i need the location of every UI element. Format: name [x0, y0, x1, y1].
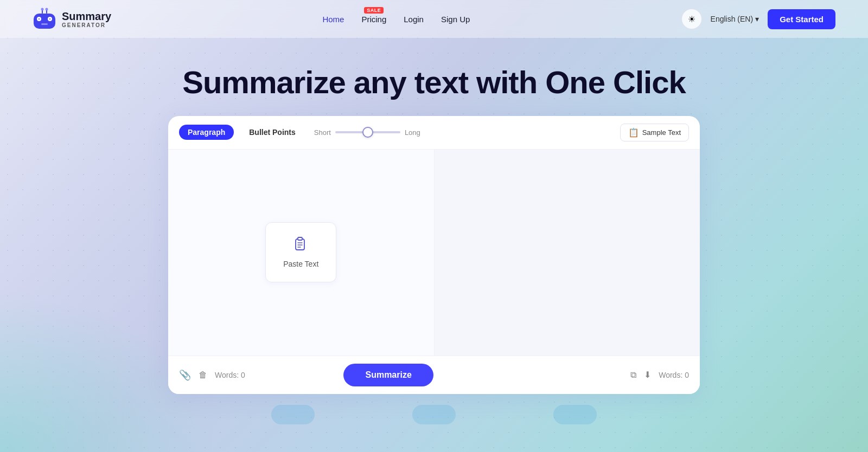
- length-slider[interactable]: [335, 131, 400, 133]
- main-card: Paragraph Bullet Points Short Long 📋 Sam…: [168, 116, 700, 394]
- sample-text-button[interactable]: 📋 Sample Text: [620, 124, 689, 141]
- footer-right: ⧉ ⬇ Words: 0: [630, 370, 689, 380]
- navbar: Summary GENERATOR Home SALE Pricing Logi…: [0, 0, 868, 38]
- svg-rect-3: [39, 18, 40, 20]
- theme-toggle-button[interactable]: ☀: [681, 9, 702, 29]
- length-slider-container: Short Long: [314, 128, 420, 137]
- paste-icon: [283, 236, 318, 255]
- hero-title: Summarize any text with One Click: [0, 65, 868, 100]
- slider-long-label: Long: [405, 128, 420, 137]
- svg-point-8: [41, 8, 44, 11]
- bottom-cards: [0, 394, 868, 424]
- language-selector[interactable]: English (EN) ▾: [711, 15, 760, 23]
- logo-title: Summary: [62, 10, 111, 22]
- summary-output-area: [435, 150, 700, 356]
- paragraph-button[interactable]: Paragraph: [179, 125, 234, 140]
- nav-login[interactable]: Login: [404, 15, 424, 24]
- sun-icon: ☀: [688, 14, 695, 24]
- chevron-down-icon: ▾: [755, 15, 759, 23]
- copy-icon[interactable]: ⧉: [630, 370, 636, 380]
- paste-text-label: Paste Text: [283, 260, 318, 268]
- card-footer: 📎 🗑 Words: 0 Summarize ⧉ ⬇ Words: 0: [168, 356, 700, 394]
- hero-section: Summarize any text with One Click: [0, 38, 868, 116]
- svg-rect-0: [34, 14, 55, 29]
- text-input-area[interactable]: Paste Text: [168, 150, 435, 356]
- svg-rect-5: [41, 23, 48, 25]
- bottom-card-1: [271, 405, 315, 424]
- paste-text-card[interactable]: Paste Text: [265, 222, 336, 282]
- footer-left: 📎 🗑 Words: 0: [179, 369, 245, 381]
- nav-signup[interactable]: Sign Up: [441, 15, 470, 24]
- nav-right: ☀ English (EN) ▾ Get Started: [681, 9, 835, 29]
- svg-rect-4: [49, 18, 50, 20]
- sale-badge: SALE: [364, 7, 384, 14]
- nav-pricing[interactable]: SALE Pricing: [361, 15, 386, 24]
- svg-rect-11: [298, 237, 302, 240]
- download-icon[interactable]: ⬇: [644, 370, 651, 380]
- delete-icon[interactable]: 🗑: [199, 370, 207, 380]
- logo: Summary GENERATOR: [33, 7, 111, 31]
- nav-home[interactable]: Home: [322, 15, 344, 24]
- editor-area: Paste Text: [168, 150, 700, 356]
- summarize-button[interactable]: Summarize: [343, 364, 433, 386]
- input-word-count: Words: 0: [215, 371, 245, 379]
- nav-links: Home SALE Pricing Login Sign Up: [322, 15, 470, 24]
- logo-icon: [33, 7, 56, 31]
- bottom-card-3: [553, 405, 597, 424]
- bullet-points-button[interactable]: Bullet Points: [240, 125, 304, 140]
- clipboard-icon: 📋: [628, 127, 639, 138]
- svg-rect-10: [296, 239, 304, 250]
- output-word-count: Words: 0: [659, 371, 689, 379]
- bottom-card-2: [412, 405, 456, 424]
- card-toolbar: Paragraph Bullet Points Short Long 📋 Sam…: [168, 116, 700, 150]
- logo-sub: GENERATOR: [62, 22, 111, 28]
- get-started-button[interactable]: Get Started: [768, 9, 835, 29]
- slider-short-label: Short: [314, 128, 331, 137]
- svg-point-9: [46, 8, 48, 11]
- attach-icon[interactable]: 📎: [179, 369, 191, 381]
